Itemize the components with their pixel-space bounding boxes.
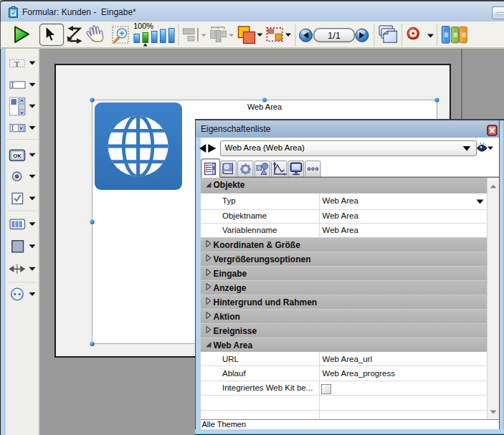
svg-text:100%: 100% — [133, 21, 153, 30]
svg-text:T: T — [14, 60, 19, 68]
svg-text:OK: OK — [13, 153, 22, 159]
svg-text:1/1: 1/1 — [328, 30, 341, 41]
